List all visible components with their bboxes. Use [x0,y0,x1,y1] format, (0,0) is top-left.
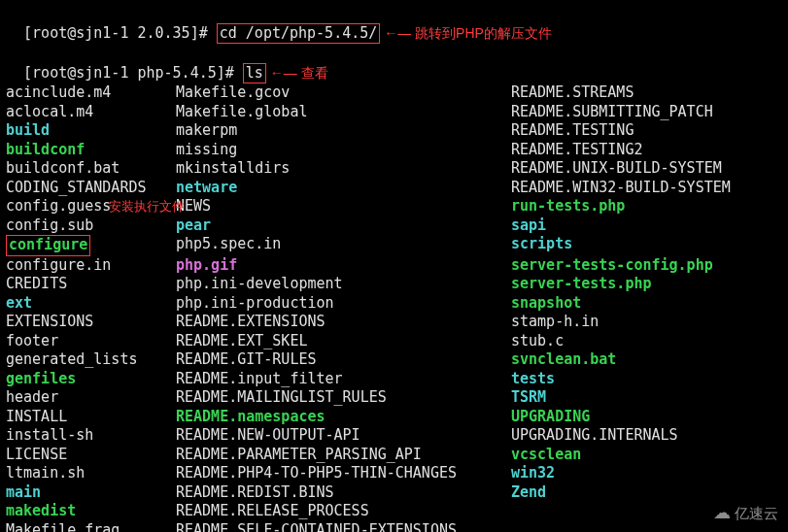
ls-entry: README.EXT_SKEL [176,332,511,351]
ls-entry: footer [6,332,176,351]
ls-row: install-shREADME.NEW-OUTPUT-APIUPGRADING… [6,426,782,446]
ls-row: genfilesREADME.input_filtertests [6,370,782,389]
ls-entry: genfiles [6,370,176,389]
ls-row: CREDITSphp.ini-developmentserver-tests.p… [6,275,782,294]
ls-entry: README.STREAMS [511,83,782,103]
cloud-icon: ☁ [713,502,731,524]
watermark-text: 亿速云 [735,504,778,523]
ls-entry: vcsclean [511,446,782,465]
ls-entry: README.MAILINGLIST_RULES [176,388,511,408]
ls-row: makedistREADME.RELEASE_PROCESS [6,502,782,521]
ls-entry: build [6,121,176,141]
ls-row: buildconfmissingREADME.TESTING2 [6,141,782,160]
configure-highlight: configure [6,235,90,256]
ls-entry: makedist [6,502,176,521]
ls-entry: README.GIT-RULES [176,350,511,370]
ls-row: Makefile.fragREADME.SELF-CONTAINED-EXTEN… [6,521,782,533]
ls-row: buildmakerpmREADME.TESTING [6,121,782,141]
ls-entry: mkinstalldirs [176,159,511,179]
ls-entry: stamp-h.in [511,313,782,332]
ls-entry: ext [6,294,176,314]
ls-entry: README.WIN32-BUILD-SYSTEM [511,179,782,198]
ls-entry: header [6,388,176,408]
ls-entry: generated_lists [6,350,176,370]
terminal-line-2: [root@sjn1-1 php-5.4.5]# ls ←— 查看 [6,44,782,83]
shell-prompt: [root@sjn1-1 php-5.4.5]# [23,64,243,82]
ls-entry: pear [176,216,511,236]
ls-row: footerREADME.EXT_SKELstub.c [6,332,782,351]
ls-entry: Makefile.gcov [176,83,511,103]
ls-entry: configure [6,235,176,256]
ls-row: configurephp5.spec.inscripts [6,235,782,256]
ls-entry: snapshot [511,294,782,314]
ls-entry: buildconf [6,141,176,160]
ls-entry: makerpm [176,121,511,141]
ls-entry: aclocal.m4 [6,103,176,122]
shell-prompt: [root@sjn1-1 2.0.35]# [23,24,217,42]
cmd-ls-highlight: ls [243,63,266,84]
ls-entry: tests [511,370,782,389]
watermark: ☁ 亿速云 [713,502,778,524]
ls-entry: server-tests-config.php [511,256,782,276]
ls-entry: README.PHP4-TO-PHP5-THIN-CHANGES [176,464,511,483]
ls-entry: EXTENSIONS [6,313,176,332]
ls-row: extphp.ini-productionsnapshot [6,294,782,314]
ls-entry: CREDITS [6,275,176,294]
cmd-cd-highlight: cd /opt/php-5.4.5/ [217,23,381,45]
ls-entry: TSRM [511,388,782,408]
ls-entry: README.UNIX-BUILD-SYSTEM [511,159,782,179]
ls-row: ltmain.shREADME.PHP4-TO-PHP5-THIN-CHANGE… [6,464,782,483]
ls-entry: php.ini-production [176,294,511,314]
ls-entry: README.SELF-CONTAINED-EXTENSIONS [176,521,511,533]
ls-entry: configure.in [6,256,176,276]
ls-row: EXTENSIONSREADME.EXTENSIONSstamp-h.in [6,313,782,332]
ls-entry: php.ini-development [176,275,511,294]
ls-entry: buildconf.bat [6,159,176,179]
ls-entry: README.EXTENSIONS [176,313,511,332]
ls-entry: missing [176,141,511,160]
ls-entry: php5.spec.in [176,235,511,256]
annotation-configure: 安装执行文件 [109,199,185,216]
ls-entry: ltmain.sh [6,464,176,483]
ls-entry: README.PARAMETER_PARSING_API [176,446,511,465]
ls-entry: Zend [511,483,782,503]
terminal-line-1: [root@sjn1-1 2.0.35]# cd /opt/php-5.4.5/… [6,4,782,44]
ls-entry: UPGRADING [511,408,782,427]
ls-entry: UPGRADING.INTERNALS [511,426,782,446]
ls-row: CODING_STANDARDSnetwareREADME.WIN32-BUIL… [6,179,782,198]
ls-entry: sapi [511,216,782,236]
ls-entry: Makefile.frag [6,521,176,533]
ls-entry: netware [176,179,511,198]
ls-row: buildconf.batmkinstalldirsREADME.UNIX-BU… [6,159,782,179]
ls-entry: config.sub [6,216,176,236]
ls-entry: server-tests.php [511,275,782,294]
ls-entry: main [6,483,176,503]
ls-entry: README.REDIST.BINS [176,483,511,503]
annotation-cd: ←— 跳转到PHP的解压文件 [380,25,552,41]
annotation-ls: ←— 查看 [266,65,328,81]
ls-row: generated_listsREADME.GIT-RULESsvnclean.… [6,350,782,370]
ls-entry: CODING_STANDARDS [6,179,176,198]
ls-entry: acinclude.m4 [6,83,176,103]
ls-entry: README.TESTING [511,121,782,141]
ls-entry: svnclean.bat [511,350,782,370]
ls-entry: README.RELEASE_PROCESS [176,502,511,521]
ls-entry: INSTALL [6,408,176,427]
ls-entry: Makefile.global [176,103,511,122]
ls-row: INSTALLREADME.namespacesUPGRADING [6,408,782,427]
ls-row: config.subpearsapi [6,216,782,236]
ls-row: LICENSEREADME.PARAMETER_PARSING_APIvcscl… [6,446,782,465]
ls-entry: scripts [511,235,782,256]
ls-entry: NEWS [176,197,511,216]
ls-entry: run-tests.php [511,197,782,216]
ls-entry: README.namespaces [176,408,511,427]
ls-entry: README.SUBMITTING_PATCH [511,103,782,122]
ls-entry: php.gif [176,256,511,276]
ls-row: aclocal.m4Makefile.globalREADME.SUBMITTI… [6,103,782,122]
ls-entry: install-sh [6,426,176,446]
ls-entry: LICENSE [6,446,176,465]
ls-row: headerREADME.MAILINGLIST_RULESTSRM [6,388,782,408]
ls-row: mainREADME.REDIST.BINSZend [6,483,782,503]
ls-entry: stub.c [511,332,782,351]
ls-output: acinclude.m4Makefile.gcovREADME.STREAMSa… [6,83,782,532]
